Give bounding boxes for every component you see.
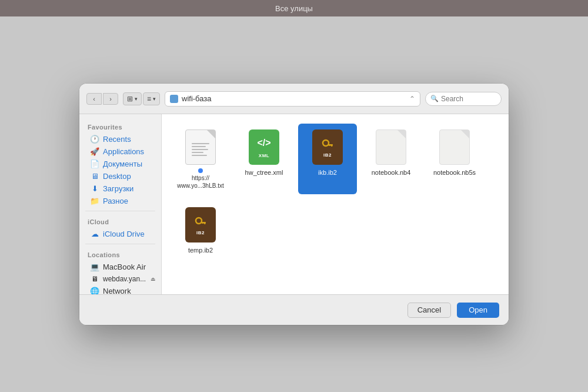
sidebar-item-applications-label: Applications: [103, 147, 144, 156]
svg-rect-8: [202, 222, 204, 224]
nav-forward-button[interactable]: ›: [103, 93, 118, 105]
nb4-icon: [376, 129, 406, 165]
svg-rect-4: [329, 144, 331, 146]
favorites-section-title: Favourites: [79, 120, 161, 133]
sidebar-item-webdav-label: webdav.yan...: [103, 275, 146, 283]
applications-icon: 🚀: [90, 147, 99, 156]
icon-view-button[interactable]: ⊞ ▾: [123, 92, 142, 105]
sidebar-item-network[interactable]: 🌐 Network: [82, 285, 159, 294]
desktop-icon: 🖥: [90, 172, 99, 181]
file-item-ib2-2[interactable]: IB2 temp.ib2: [171, 201, 230, 259]
sidebar-item-applications[interactable]: 🚀 Applications: [82, 145, 159, 158]
key-svg-2: [193, 215, 208, 229]
txt-file-name: https://www.yo...3hLB.txt: [177, 174, 223, 190]
key-svg-1: [320, 137, 335, 151]
search-box[interactable]: 🔍: [425, 92, 502, 106]
file-item-txt[interactable]: https://www.yo...3hLB.txt: [171, 124, 230, 194]
webdav-icon: 🖥: [90, 275, 99, 283]
path-bar[interactable]: wifi-база ⌃: [165, 91, 420, 107]
sidebar-item-desktop[interactable]: 🖥 Desktop: [82, 170, 159, 182]
ib2-icon-1: IB2: [312, 129, 343, 165]
file-area[interactable]: https://www.yo...3hLB.txt </>: [162, 114, 509, 294]
nb5-file-name: notebook.nb5s: [433, 168, 476, 177]
nav-back-button[interactable]: ‹: [86, 93, 102, 105]
file-item-ib2-1[interactable]: IB2 ikb.ib2: [298, 124, 357, 194]
recents-icon: 🕐: [90, 135, 99, 144]
icloud-icon: ☁: [90, 230, 99, 238]
view-buttons: ⊞ ▾ ≡ ▾: [123, 92, 160, 105]
search-icon: 🔍: [430, 95, 439, 102]
file-dialog: ‹ › ⊞ ▾ ≡ ▾ wifi-база ⌃ 🔍: [79, 84, 509, 325]
file-icon-ib2-1: IB2: [309, 128, 346, 166]
xml-label: XML: [259, 153, 269, 158]
open-button[interactable]: Open: [457, 303, 499, 318]
bottom-bar: Cancel Open: [79, 294, 509, 325]
file-icon-txt: [182, 128, 219, 166]
sidebar-item-documents-label: Документы: [103, 160, 142, 168]
xml-file-name: hw_ctree.xml: [245, 168, 283, 177]
sidebar-item-recents-label: Recents: [103, 135, 131, 144]
title-bar: Все улицы: [0, 0, 588, 16]
ib2-icon-2: IB2: [185, 207, 216, 242]
search-input[interactable]: [441, 95, 496, 103]
list-grid-icon: ≡: [147, 95, 151, 103]
svg-rect-3: [331, 144, 333, 147]
file-icon-ib2-2: IB2: [182, 206, 219, 244]
sidebar-item-webdav[interactable]: 🖥 webdav.yan... ⏏: [82, 273, 159, 285]
nb5-icon: [439, 129, 470, 165]
path-folder-icon: [170, 95, 178, 103]
sidebar-item-downloads[interactable]: ⬇ Загрузки: [82, 182, 159, 195]
sidebar-item-icloud-drive[interactable]: ☁ iCloud Drive: [82, 228, 159, 240]
sidebar-item-network-label: Network: [103, 287, 131, 294]
documents-icon: 📄: [90, 160, 99, 168]
svg-text:</>: </>: [257, 138, 270, 148]
sidebar-item-misc[interactable]: 📁 Разное: [82, 195, 159, 207]
path-chevron-icon: ⌃: [409, 95, 415, 103]
svg-point-1: [323, 140, 329, 146]
sidebar-item-desktop-label: Desktop: [103, 172, 131, 181]
sidebar-item-macbook-label: MacBook Air: [103, 263, 146, 271]
sidebar-item-recents[interactable]: 🕐 Recents: [82, 133, 159, 145]
ib2-2-file-name: temp.ib2: [188, 246, 213, 254]
window-title: Все улицы: [275, 4, 313, 13]
network-icon: 🌐: [90, 287, 99, 294]
cancel-button[interactable]: Cancel: [407, 303, 451, 318]
divider-1: [85, 211, 155, 211]
txt-icon: [185, 129, 216, 165]
sidebar-item-downloads-label: Загрузки: [103, 184, 133, 193]
toolbar: ‹ › ⊞ ▾ ≡ ▾ wifi-база ⌃ 🔍: [79, 84, 509, 114]
ib2-label-1: IB2: [323, 152, 332, 158]
eject-icon[interactable]: ⏏: [151, 276, 156, 282]
xml-icon: </> XML: [249, 129, 279, 165]
ib2-1-file-name: ikb.ib2: [318, 168, 337, 177]
sidebar-item-misc-label: Разное: [103, 197, 128, 205]
icon-view-chevron: ▾: [135, 96, 138, 102]
divider-2: [85, 244, 155, 244]
macbook-icon: 💻: [90, 263, 99, 271]
sidebar-item-macbook-air[interactable]: 💻 MacBook Air: [82, 261, 159, 273]
xml-chevron-svg: </>: [256, 137, 272, 150]
main-content: Favourites 🕐 Recents 🚀 Applications 📄 До…: [79, 114, 509, 294]
file-icon-xml: </> XML: [245, 128, 283, 166]
file-icon-nb5: [436, 128, 473, 166]
list-view-button[interactable]: ≡ ▾: [143, 92, 160, 105]
svg-rect-7: [204, 222, 206, 224]
locations-section-title: Locations: [79, 248, 161, 261]
file-icon-nb4: [372, 128, 410, 166]
icon-grid-icon: ⊞: [127, 95, 133, 103]
sidebar: Favourites 🕐 Recents 🚀 Applications 📄 До…: [79, 114, 162, 294]
url-dot: [198, 168, 203, 173]
list-view-chevron: ▾: [153, 96, 156, 102]
misc-icon: 📁: [90, 197, 99, 205]
background-area: ‹ › ⊞ ▾ ≡ ▾ wifi-база ⌃ 🔍: [0, 16, 588, 392]
svg-point-5: [196, 218, 202, 224]
nb4-file-name: notebook.nb4: [372, 168, 411, 177]
icloud-section-title: iCloud: [79, 215, 161, 228]
file-grid: https://www.yo...3hLB.txt </>: [171, 124, 499, 259]
ib2-label-2: IB2: [196, 230, 205, 235]
sidebar-item-documents[interactable]: 📄 Документы: [82, 158, 159, 170]
file-item-xml[interactable]: </> XML hw_ctree.xml: [235, 124, 293, 194]
nav-buttons: ‹ ›: [86, 93, 118, 105]
file-item-nb4[interactable]: notebook.nb4: [362, 124, 420, 194]
file-item-nb5[interactable]: notebook.nb5s: [425, 124, 484, 194]
